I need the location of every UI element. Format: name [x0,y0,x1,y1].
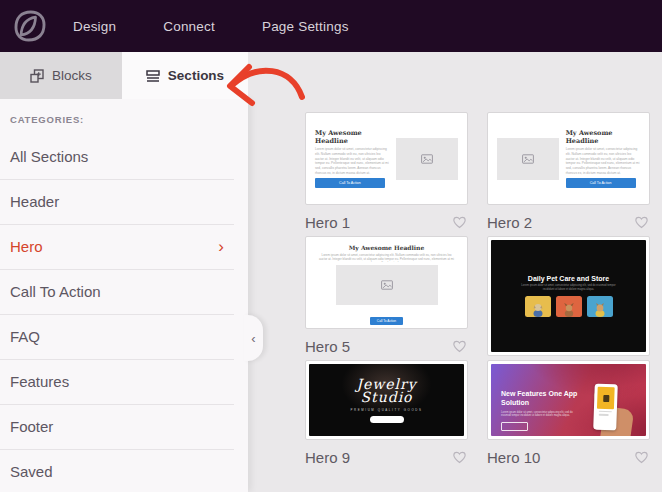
template-label: Hero 5 [305,338,350,355]
favorite-heart-icon[interactable] [451,214,468,230]
tab-sections-label: Sections [168,68,224,83]
thumb-tagline: PREMIUM QUALITY GOODS [351,408,423,412]
favorite-heart-icon[interactable] [451,449,468,465]
category-call-to-action[interactable]: Call To Action [0,270,234,315]
template-label: Hero 9 [305,449,350,466]
sidebar-collapse-toggle[interactable]: ‹ [244,315,263,361]
thumb-cta-button: Call To Action [370,317,403,325]
hero-2-thumbnail[interactable]: My Awesome Headline Lorem ipsum dolor si… [487,112,650,205]
thumb-body-text: Lorem ipsum dolor sit amet, consectetur … [315,147,389,175]
tab-sections[interactable]: Sections [122,52,248,99]
image-placeholder [497,138,559,180]
category-saved[interactable]: Saved [0,450,234,492]
top-bar: Design Connect Page Settings [0,0,662,52]
thumb-body-text: Lorem ipsum dolor sit amet, consectetur … [566,147,640,175]
thumb-body-text: Lorem ipsum dolor sit amet, consectetur … [318,253,455,262]
template-card-hero-6: Daily Pet Care and Store Lorem ipsum dol… [487,236,650,356]
thumb-button [370,416,404,423]
template-card-hero-1: My Awesome Headline Lorem ipsum dolor si… [305,112,468,232]
pet-photo-yellow [525,296,551,317]
chevron-left-icon: ‹ [251,331,255,346]
category-all-sections[interactable]: All Sections [0,135,234,180]
top-navigation: Design Connect Page Settings [73,19,349,34]
template-label: Hero 2 [487,214,532,231]
nav-connect[interactable]: Connect [163,19,215,34]
category-faq[interactable]: FAQ [0,315,234,360]
nav-design[interactable]: Design [73,19,116,34]
thumb-button [501,422,528,431]
template-card-hero-5: My Awesome Headline Lorem ipsum dolor si… [305,236,468,356]
phone-mockup [593,384,618,431]
thumb-cta-button: Call To Action [566,178,636,187]
thumb-headline: My Awesome Headline [318,244,455,251]
section-template-grid: My Awesome Headline Lorem ipsum dolor si… [248,52,662,492]
thumb-headline: My Awesome Headline [566,129,640,145]
thumb-body-text: Lorem ipsum dolor sit amet, consectetur … [501,411,579,419]
thumb-headline: New Features One App Solution [501,390,589,408]
favorite-heart-icon[interactable] [633,214,650,230]
nav-page-settings[interactable]: Page Settings [262,19,349,34]
category-hero[interactable]: Hero › [0,225,234,270]
image-placeholder [396,138,458,180]
template-card-hero-9: Jewelry Studio PREMIUM QUALITY GOODS Her… [305,360,468,440]
thumb-script-headline-2: Studio [360,391,412,404]
template-card-hero-10: New Features One App Solution Lorem ipsu… [487,360,650,440]
blocks-icon [30,69,44,83]
tab-blocks[interactable]: Blocks [0,52,122,99]
category-hero-label: Hero [10,238,43,255]
sidebar-tab-row: Blocks Sections [0,52,248,99]
pet-photo-tiles [525,296,613,317]
template-label: Hero 1 [305,214,350,231]
pet-photo-blue [587,296,613,317]
seedprod-logo-icon[interactable] [13,9,47,43]
template-label: Hero 10 [487,449,540,466]
thumb-headline: My Awesome Headline [315,129,389,145]
hero-10-thumbnail[interactable]: New Features One App Solution Lorem ipsu… [487,360,650,440]
template-card-hero-2: My Awesome Headline Lorem ipsum dolor si… [487,112,650,232]
categories-label: CATEGORIES: [10,114,248,125]
sections-sidebar: CATEGORIES: All Sections Header Hero › C… [0,99,248,492]
category-header[interactable]: Header [0,180,234,225]
hero-6-thumbnail[interactable]: Daily Pet Care and Store Lorem ipsum dol… [487,236,650,356]
hero-1-thumbnail[interactable]: My Awesome Headline Lorem ipsum dolor si… [305,112,468,205]
favorite-heart-icon[interactable] [451,338,468,354]
category-footer[interactable]: Footer [0,405,234,450]
image-placeholder [336,265,438,305]
pet-photo-orange [556,296,582,317]
thumb-body-text: Lorem ipsum dolor sit amet, consectetur … [516,284,621,292]
hero-5-thumbnail[interactable]: My Awesome Headline Lorem ipsum dolor si… [305,236,468,329]
category-features[interactable]: Features [0,360,234,405]
thumb-headline: Daily Pet Care and Store [528,275,609,282]
hero-9-thumbnail[interactable]: Jewelry Studio PREMIUM QUALITY GOODS [305,360,468,440]
tab-blocks-label: Blocks [52,68,92,83]
sections-icon [146,69,160,83]
thumb-cta-button: Call To Action [315,178,385,187]
chevron-right-icon: › [218,225,224,269]
favorite-heart-icon[interactable] [633,449,650,465]
category-list: All Sections Header Hero › Call To Actio… [0,135,248,492]
